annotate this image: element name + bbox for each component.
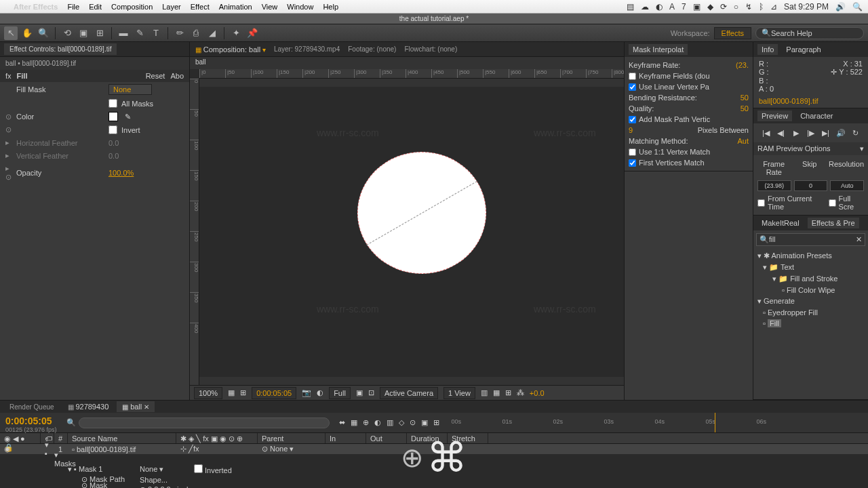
resolution-input[interactable]: [830, 180, 864, 191]
current-time[interactable]: 0:00:05:05: [252, 387, 296, 399]
about-link[interactable]: Abo: [170, 72, 184, 80]
color-swatch[interactable]: [108, 112, 118, 121]
menu-effect[interactable]: Effect: [191, 3, 210, 11]
roto-tool[interactable]: ✦: [229, 26, 243, 40]
timeline-icon[interactable]: ▥: [387, 418, 393, 427]
wifi-icon[interactable]: ⊿: [770, 2, 777, 12]
exposure-value[interactable]: +0.0: [530, 389, 545, 397]
tree-text[interactable]: ▾ 📁 Text: [753, 262, 868, 273]
quality-value[interactable]: 50: [741, 104, 749, 113]
timeline-current-time[interactable]: 0:00:05:05: [5, 415, 57, 426]
px-value[interactable]: 9: [629, 126, 633, 134]
opacity-value[interactable]: 100.0%: [108, 169, 134, 177]
info-tab[interactable]: Info: [757, 44, 778, 55]
next-frame-button[interactable]: |▶: [806, 127, 816, 138]
camera-tool[interactable]: ▣: [77, 26, 90, 40]
effect-controls-tab[interactable]: Effect Controls: ball[0000-0189].tif: [4, 43, 117, 55]
menubar-icon[interactable]: ○: [734, 2, 738, 12]
fx-toggle[interactable]: fx: [5, 72, 12, 80]
time-ruler[interactable]: 00s 01s 02s 03s 04s 05s 06s: [445, 413, 868, 432]
loop-button[interactable]: ↻: [850, 127, 861, 138]
snapshot-icon[interactable]: 📷: [302, 388, 311, 397]
menubar-icon[interactable]: ↯: [745, 2, 752, 12]
last-frame-button[interactable]: ▶|: [821, 127, 831, 138]
viewport[interactable]: www.rr-sc.com www.rr-sc.com www.rr-sc.co…: [199, 79, 624, 385]
footage-tab[interactable]: Footage: (none): [348, 45, 396, 53]
menubar-icon[interactable]: ◐: [656, 2, 663, 12]
render-queue-tab[interactable]: Render Queue: [4, 402, 60, 412]
tree-animation-presets[interactable]: ▾ ✱ Animation Presets: [753, 250, 868, 262]
menu-composition[interactable]: Composition: [111, 3, 153, 11]
use11-checkbox[interactable]: [629, 148, 636, 156]
mute-button[interactable]: 🔊: [835, 127, 846, 138]
pan-behind-tool[interactable]: ⊞: [93, 26, 106, 40]
menu-file[interactable]: File: [67, 3, 79, 11]
zoom-tool[interactable]: 🔍: [37, 26, 50, 40]
tree-eyedropper-fill[interactable]: ▫ Eyedropper Fill: [753, 307, 868, 318]
ball-layer[interactable]: [357, 152, 486, 274]
menu-view[interactable]: View: [262, 3, 278, 11]
matching-dropdown[interactable]: Aut: [737, 137, 749, 145]
comp-tab[interactable]: ▦ Composition: ball ▾: [195, 45, 266, 54]
eyedropper-icon[interactable]: ✎: [125, 113, 131, 121]
all-masks-checkbox[interactable]: [108, 99, 117, 108]
mask-interp-tab[interactable]: Mask Interpolat: [629, 44, 688, 55]
invert-checkbox[interactable]: [108, 125, 117, 134]
spotlight-icon[interactable]: 🔍: [852, 2, 863, 12]
timeline-icon[interactable]: ▦: [351, 418, 357, 427]
framerate-input[interactable]: [757, 180, 791, 191]
mask-feather-row[interactable]: ⊙ Mask Feather⊗ 0.0,0.0 pixels: [0, 485, 868, 488]
menu-help[interactable]: Help: [323, 3, 338, 11]
pen-tool[interactable]: ✎: [133, 26, 146, 40]
menu-edit[interactable]: Edit: [89, 3, 102, 11]
menubar-icon[interactable]: 7: [682, 2, 686, 12]
timeline-icon[interactable]: ⬌: [339, 418, 345, 427]
viewer-icon[interactable]: ▦: [228, 388, 235, 397]
tree-fill-stroke[interactable]: ▾ 📁 Fill and Stroke: [753, 273, 868, 285]
viewer-icon[interactable]: ▥: [481, 388, 488, 397]
flowchart-tab[interactable]: Flowchart: (none): [404, 45, 457, 53]
fullscreen-checkbox[interactable]: [829, 199, 836, 207]
timeline-icon[interactable]: ⊞: [433, 418, 439, 427]
viewer-icon[interactable]: ⊡: [368, 388, 374, 397]
viewer-icon[interactable]: ▣: [356, 388, 363, 397]
volume-icon[interactable]: 🔊: [835, 2, 846, 12]
clone-tool[interactable]: ⎙: [189, 26, 203, 40]
viewer-icon[interactable]: ⊞: [505, 388, 511, 397]
menu-animation[interactable]: Animation: [219, 3, 252, 11]
menubar-icon[interactable]: A: [669, 2, 675, 12]
prev-frame-button[interactable]: ◀|: [776, 127, 787, 138]
camera-dropdown[interactable]: Active Camera: [380, 387, 438, 399]
menu-window[interactable]: Window: [287, 3, 313, 11]
eraser-tool[interactable]: ◢: [205, 26, 219, 40]
bluetooth-icon[interactable]: ᛒ: [759, 2, 764, 12]
channel-icon[interactable]: ◐: [317, 388, 323, 397]
menubar-icon[interactable]: ◆: [707, 2, 713, 12]
puppet-tool[interactable]: 📌: [245, 26, 259, 40]
fx-name[interactable]: Fill: [17, 72, 28, 80]
menubar-icon[interactable]: ▤: [627, 2, 634, 12]
tree-fill-color-wipe[interactable]: ▫ Fill Color Wipe: [753, 285, 868, 296]
play-button[interactable]: ▶: [791, 127, 802, 138]
layer-tab[interactable]: Layer: 92789430.mp4: [274, 45, 340, 53]
composition-canvas[interactable]: www.rr-sc.com www.rr-sc.com www.rr-sc.co…: [199, 87, 624, 377]
zoom-dropdown[interactable]: 100%: [194, 387, 222, 399]
timeline-icon[interactable]: ⊙: [410, 418, 416, 427]
timeline-icon[interactable]: ⊕: [363, 418, 369, 427]
skip-input[interactable]: [794, 180, 828, 191]
linear-vertex-checkbox[interactable]: [629, 83, 636, 91]
first-vertices-checkbox[interactable]: [629, 159, 636, 167]
from-current-checkbox[interactable]: [757, 199, 765, 207]
timeline-tab-1[interactable]: ▦ 92789430: [62, 401, 115, 412]
menubar-icon[interactable]: ▣: [693, 2, 701, 12]
makeitreal-tab[interactable]: MakeItReal: [757, 218, 804, 228]
resolution-dropdown[interactable]: Full: [329, 387, 351, 399]
menubar-icon[interactable]: ☁: [641, 2, 649, 12]
menubar-icon[interactable]: ⟳: [720, 2, 727, 12]
timeline-search[interactable]: [79, 418, 330, 428]
clock[interactable]: Sat 9:29 PM: [784, 2, 829, 12]
timeline-icon[interactable]: ▣: [421, 418, 428, 427]
comp-breadcrumb[interactable]: ball: [190, 57, 624, 69]
effects-search-input[interactable]: [769, 236, 856, 243]
tree-generate[interactable]: ▾ Generate: [753, 296, 868, 307]
